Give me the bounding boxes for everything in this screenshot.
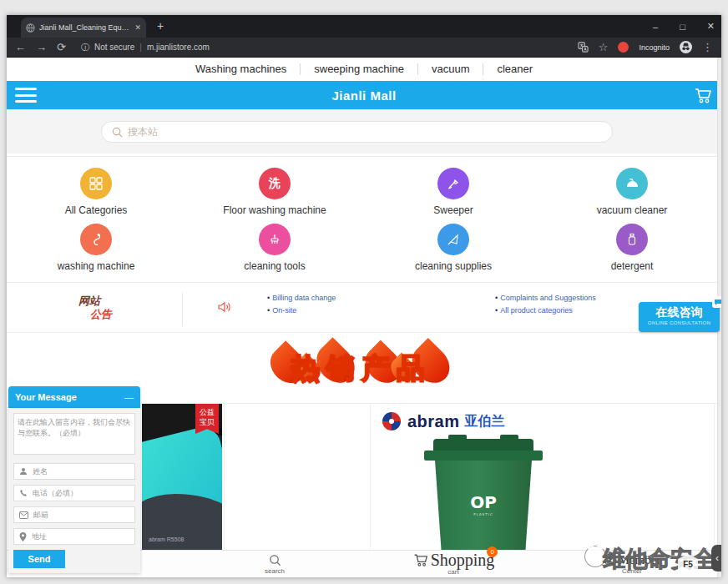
hamburger-menu-icon[interactable] [15, 88, 37, 103]
nav-cleaner[interactable]: cleaner [483, 63, 546, 75]
tab-strip: Jianli Mall_Cleaning Equipment C ✕ + – □… [7, 15, 721, 38]
address-bar[interactable]: ⓘ Not secure | m.jianlistore.com [81, 42, 568, 53]
back-button[interactable]: ← [15, 42, 26, 53]
site-title: Jianli Mall [331, 88, 396, 103]
announcement-link[interactable]: •Billing data change [267, 294, 336, 302]
bottom-nav-member-center[interactable]: Member Center [543, 551, 721, 577]
category-vacuum-cleaner[interactable]: vacuum cleaner [543, 164, 721, 219]
announcement-link[interactable]: •Complaints and Suggestions [495, 294, 596, 302]
message-textarea[interactable] [13, 413, 135, 455]
url-text[interactable]: m.jianlistore.com [147, 43, 210, 52]
translate-icon[interactable] [578, 42, 589, 53]
message-form-title: Your Message [15, 392, 77, 402]
phone-field[interactable] [33, 489, 130, 497]
hot-products-banner-text: 热销产品 [267, 350, 456, 388]
wash-char-icon: 洗 [259, 168, 291, 199]
new-tab-button[interactable]: + [157, 19, 164, 33]
search-box[interactable] [101, 121, 613, 143]
search-icon [112, 127, 123, 138]
category-detergent[interactable]: detergent [543, 219, 721, 275]
category-cleaning-tools[interactable]: cleaning tools [185, 219, 364, 275]
product-model-label: abram R5508 [149, 536, 184, 542]
online-consultation-button[interactable]: 在线咨询 ONLINE CONSULTATION [639, 302, 720, 332]
extension-icon[interactable] [618, 42, 629, 53]
hot-products-banner: 热销产品 [267, 340, 456, 390]
site-header: Jianli Mall [7, 81, 721, 109]
cart-icon [412, 552, 429, 567]
hose-icon [80, 224, 112, 255]
brand-name-en: abram [407, 412, 460, 431]
message-form: Your Message — [8, 386, 140, 573]
top-category-nav: Washing machines sweeping machine vacuum… [7, 58, 721, 80]
tab-close-icon[interactable]: ✕ [134, 23, 141, 32]
category-all[interactable]: All Categories [7, 164, 185, 219]
product-image-scrubber[interactable]: abram R5508 公益 宝贝 [142, 404, 222, 551]
forward-button[interactable]: → [36, 42, 47, 53]
grid-icon [80, 168, 112, 199]
category-grid: All Categories 洗 Floor washing machine S… [7, 156, 721, 283]
category-sweeper[interactable]: Sweeper [364, 164, 543, 219]
info-icon[interactable]: ⓘ [81, 42, 89, 53]
address-field-wrap [13, 528, 135, 545]
send-button[interactable]: Send [13, 550, 65, 568]
category-washing-machine[interactable]: washing machine [7, 219, 185, 275]
announcement-link[interactable]: •All product categories [495, 306, 596, 315]
globe-favicon-icon [26, 23, 35, 33]
person-icon [19, 467, 28, 476]
bottle-icon [616, 224, 648, 255]
brand-name-cn: 亚伯兰 [465, 413, 505, 430]
browser-menu-icon[interactable]: ⋮ [702, 42, 713, 53]
trash-bin-image: OPPLASTIC [421, 434, 546, 551]
search-icon [269, 554, 281, 566]
form-minimize-icon[interactable]: — [124, 392, 134, 402]
window-minimize-button[interactable]: – [653, 22, 658, 32]
brand-logo: abram 亚伯兰 [381, 410, 505, 432]
speaker-icon [217, 300, 232, 317]
category-floor-washing-machine[interactable]: 洗 Floor washing machine [185, 164, 364, 219]
security-label: Not secure [94, 43, 134, 52]
name-field-wrap [13, 463, 135, 480]
header-cart-icon[interactable] [693, 86, 713, 108]
browser-toolbar: ← → ⟳ ⓘ Not secure | m.jianlistore.com ☆… [7, 38, 721, 58]
address-field[interactable] [32, 532, 129, 541]
tab-title: Jianli Mall_Cleaning Equipment C [39, 23, 130, 32]
mail-icon [19, 511, 28, 519]
nav-sweeping-machine[interactable]: sweeping machine [301, 63, 418, 75]
vacuum-icon [616, 168, 648, 199]
window-maximize-button[interactable]: □ [680, 22, 685, 32]
name-field[interactable] [33, 467, 130, 476]
broom-icon [437, 168, 469, 199]
abram-pinwheel-icon [381, 410, 402, 432]
chat-bubble-icon [711, 295, 721, 312]
divider [182, 293, 183, 326]
phone-field-wrap [13, 485, 135, 501]
product-card-empty[interactable] [224, 404, 367, 551]
search-input[interactable] [128, 126, 602, 138]
location-pin-icon [19, 532, 27, 541]
brush-icon [259, 224, 291, 255]
product-card-trash-bin[interactable]: abram 亚伯兰 OPPLASTIC [370, 404, 715, 551]
nav-vacuum[interactable]: vacuum [418, 63, 484, 75]
bottom-nav-search[interactable]: search [185, 551, 364, 577]
phone-icon [19, 489, 28, 497]
announcement-link[interactable]: •On-site [267, 306, 336, 315]
url-divider: | [139, 43, 142, 52]
site-viewport: Washing machines sweeping machine vacuum… [7, 58, 721, 577]
announcement-bar: 网站 公告 •Billing data change •On-site •Com… [7, 287, 721, 333]
browser-tab[interactable]: Jianli Mall_Cleaning Equipment C ✕ [21, 18, 146, 38]
side-drawer-tab[interactable]: ‹ [711, 545, 721, 571]
browser-window: Jianli Mall_Cleaning Equipment C ✕ + – □… [7, 15, 721, 577]
message-form-header[interactable]: Your Message — [8, 386, 140, 408]
incognito-icon [680, 41, 692, 53]
search-section [7, 109, 721, 154]
refresh-button[interactable]: ⟳ [57, 42, 66, 53]
email-field-wrap [13, 506, 135, 523]
bottom-nav-shopping-cart[interactable]: Shopping 0 cart [364, 551, 543, 577]
announcement-title: 网站 公告 [78, 295, 137, 321]
nav-washing-machines[interactable]: Washing machines [182, 63, 301, 75]
dustpan-icon [437, 224, 469, 255]
email-field[interactable] [33, 511, 131, 519]
bookmark-star-icon[interactable]: ☆ [599, 42, 609, 53]
category-cleaning-supplies[interactable]: cleaning supplies [364, 219, 543, 275]
window-close-button[interactable]: ✕ [707, 21, 715, 32]
